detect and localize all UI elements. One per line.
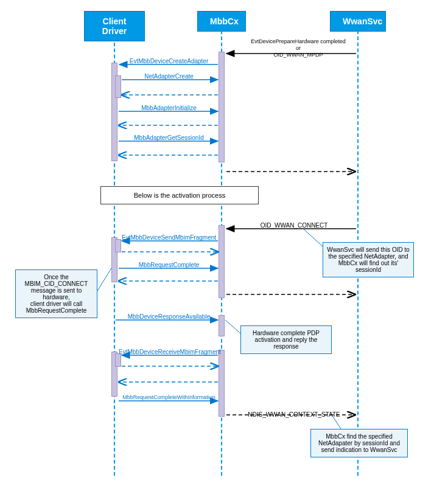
activation-client-2b <box>115 239 121 252</box>
participant-wwan: WwanSvc <box>330 11 386 32</box>
msg-adapter-init: MbbAdapterInitialize <box>122 105 216 111</box>
svg-line-22 <box>303 229 323 246</box>
callout-pdp-response: Hardware complete PDP activation and rep… <box>240 325 332 354</box>
msg-oid-connect: OID_WWAN_CONNECT <box>239 222 349 229</box>
svg-line-23 <box>225 320 240 333</box>
msg-context-state: NDIS_WWAN_CONTEXT_STATE <box>239 411 349 418</box>
msg-netadapter-create: NetAdapterCreate <box>122 73 216 80</box>
msg-response-avail: MbbDeviceResponseAvailable <box>122 313 216 320</box>
activation-client-1b <box>115 75 121 98</box>
msg-send-mbim: EvtMbbDeviceSendMbimFragment <box>119 234 219 241</box>
activation-client-3b <box>115 353 121 367</box>
callout-mbim-connect: Once the MBIM_CID_CONNECT message is sen… <box>15 269 97 318</box>
msg-request-complete: MbbRequestComplete <box>122 262 216 268</box>
msg-receive-mbim: EvtMbbDeviceReceiveMbimFragment <box>119 349 219 355</box>
top-trigger-label: EvtDevicePrepareHardware completed or OI… <box>250 38 347 58</box>
activation-mbbcx-3 <box>219 315 225 336</box>
callout-find-adapter: MbbCx find the specified NetAdapater by … <box>310 429 408 457</box>
activation-mbbcx-4 <box>219 350 225 417</box>
activation-mbbcx-2 <box>219 225 225 298</box>
msg-get-sessionid: MbbAdapterGetSessionId <box>122 134 216 141</box>
activation-mbbcx-1 <box>219 52 225 162</box>
msg-complete-info: MbbRequestCompleteWithInformation <box>116 394 222 400</box>
msg-create-adapter: EvtMbbDeviceCreateAdapter <box>122 58 216 64</box>
activation-divider: Below is the activation process <box>100 186 259 204</box>
svg-line-21 <box>97 268 111 291</box>
callout-wwansvc-oid: WwanSvc will send this OID to the specif… <box>323 242 414 277</box>
participant-mbbcx: MbbCx <box>197 11 246 32</box>
